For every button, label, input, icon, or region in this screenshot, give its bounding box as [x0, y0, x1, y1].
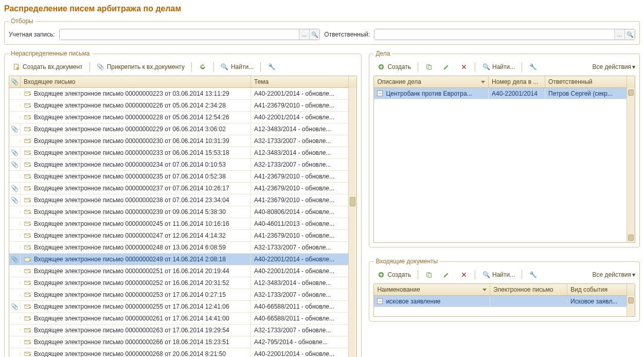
find-cases-button[interactable]: 🔍 Найти... [478, 61, 518, 73]
table-row[interactable]: 📎Входящее электронное письмо 00000000255… [9, 301, 348, 313]
table-row[interactable]: Входящее электронное письмо 00000000247 … [9, 230, 348, 242]
separator [475, 62, 475, 72]
vertical-scrollbar[interactable] [627, 88, 635, 242]
col-desc[interactable]: Описание дела [374, 76, 489, 87]
table-row[interactable]: Входящее электронное письмо 00000000226 … [9, 100, 348, 112]
responsible-search-button[interactable]: 🔍 [624, 29, 635, 40]
cases-legend: Дела [373, 50, 392, 57]
paperclip-icon: 📎 [11, 149, 19, 156]
mail-icon [24, 90, 32, 98]
table-row[interactable]: −исковое заявлениеИсковое заявл... [374, 296, 627, 307]
create-docs-button[interactable]: Создать [373, 269, 415, 280]
account-select-button[interactable]: ... [299, 29, 309, 40]
table-row[interactable]: Входящее электронное письмо 00000000245 … [9, 218, 348, 230]
mail-icon [24, 314, 32, 323]
delete-button[interactable] [456, 61, 472, 73]
table-row[interactable]: Входящее электронное письмо 00000000253 … [9, 289, 348, 301]
delete-docs-button[interactable] [456, 269, 472, 280]
col-num[interactable]: Номер дела в ... [489, 76, 545, 87]
edit-docs-button[interactable] [439, 269, 454, 280]
responsible-select-button[interactable]: ... [614, 29, 624, 40]
magnifier-icon: 🔍 [626, 30, 634, 39]
settings-cases-button[interactable]: 🔧 [525, 61, 541, 73]
cell-event: Исковое заявл... [567, 296, 627, 307]
table-row[interactable]: 📎Входящее электронное письмо 00000000237… [9, 183, 348, 194]
all-actions-docs[interactable]: Все действия ▾ [593, 271, 635, 278]
table-row[interactable]: 📎Входящее электронное письмо 00000000249… [9, 254, 348, 265]
table-row[interactable]: Входящее электронное письмо 00000000235 … [9, 171, 348, 183]
letters-body[interactable]: Входящее электронное письмо 00000000223 … [9, 88, 348, 357]
cell-attach [9, 341, 21, 344]
account-search-button[interactable]: 🔍 [309, 29, 319, 40]
table-row[interactable]: Входящее электронное письмо 00000000223 … [9, 88, 348, 100]
docs-group: Входящие документы Создать 🔍 Найти... [369, 258, 640, 322]
copy-icon [425, 63, 433, 71]
cell-attach [9, 317, 21, 320]
table-row[interactable]: Входящее электронное письмо 00000000239 … [9, 206, 348, 218]
table-row[interactable]: Входящее электронное письмо 00000000261 … [9, 313, 348, 325]
letter-text: Входящее электронное письмо 00000000249 … [34, 256, 226, 263]
tree-collapse-icon[interactable]: − [377, 91, 383, 96]
settings-button[interactable]: 🔧 [264, 61, 279, 73]
cell-letter: Входящее электронное письмо 00000000248 … [21, 242, 251, 253]
refresh-button[interactable] [195, 61, 210, 73]
docs-body[interactable]: −исковое заявлениеИсковое заявл... [374, 296, 627, 316]
table-row[interactable]: 📎Входящее электронное письмо 00000000238… [9, 194, 348, 206]
mail-icon [24, 220, 32, 228]
cell-subject: А40-80806/2014 - обновле... [251, 207, 348, 217]
create-doc-button[interactable]: Создать вх.документ [9, 61, 86, 73]
account-input[interactable] [60, 29, 299, 40]
find-button[interactable]: 🔍 Найти... [217, 61, 257, 73]
col-name[interactable]: Наименование [374, 284, 490, 295]
letter-text: Входящее электронное письмо 00000000266 … [34, 338, 229, 346]
cell-attach: 📎 [9, 183, 21, 193]
cell-subject: А32-1733/2007 - обновле... [251, 242, 348, 253]
create-case-button[interactable]: Создать [373, 61, 415, 73]
scroll-corner [348, 76, 356, 88]
col-attach[interactable]: 📎 [9, 76, 21, 87]
letters-group: Нераспределенные письма Создать вх.докум… [4, 50, 362, 357]
col-resp[interactable]: Ответственный [545, 76, 627, 87]
letter-text: Входящее электронное письмо 00000000268 … [34, 350, 226, 357]
copy-docs-button[interactable] [421, 269, 437, 280]
mail-icon [24, 184, 32, 192]
table-row[interactable]: Входящее электронное письмо 00000000252 … [9, 277, 348, 289]
cell-subject: А40-22001/2014 - обновле... [251, 254, 348, 264]
copy-button[interactable] [421, 61, 437, 73]
settings-docs-button[interactable]: 🔧 [525, 269, 541, 280]
col-letter[interactable]: Входящее письмо [21, 76, 251, 87]
filters-legend: Отборы [9, 17, 35, 25]
scroll-corner [627, 76, 635, 88]
col-subject[interactable]: Тема [251, 76, 348, 87]
vertical-scrollbar[interactable] [627, 296, 635, 316]
table-row[interactable]: 📎Входящее электронное письмо 00000000233… [9, 147, 348, 159]
find-docs-button[interactable]: 🔍 Найти... [478, 269, 518, 280]
col-email[interactable]: Электронное письмо [490, 284, 567, 295]
vertical-scrollbar[interactable] [348, 88, 356, 357]
cases-body[interactable]: −Центробанк против Евротра...А40-22001/2… [374, 88, 627, 242]
responsible-input[interactable] [374, 29, 614, 40]
page-title: Распределение писем арбитража по делам [4, 4, 640, 13]
table-row[interactable]: Входящее электронное письмо 00000000228 … [9, 112, 348, 123]
all-actions-cases[interactable]: Все действия ▾ [593, 63, 635, 70]
letter-text: Входящее электронное письмо 00000000238 … [34, 197, 229, 204]
delete-icon [460, 63, 468, 71]
table-row[interactable]: −Центробанк против Евротра...А40-22001/2… [374, 88, 627, 99]
edit-button[interactable] [439, 61, 454, 73]
col-event[interactable]: Вид события [567, 284, 627, 295]
table-row[interactable]: Входящее электронное письмо 00000000230 … [9, 135, 348, 147]
table-row[interactable]: Входящее электронное письмо 00000000248 … [9, 242, 348, 254]
table-row[interactable]: Входящее электронное письмо 00000000266 … [9, 336, 348, 348]
delete-icon [460, 271, 468, 279]
tree-collapse-icon[interactable]: − [377, 298, 383, 304]
letter-text: Входящее электронное письмо 00000000261 … [34, 315, 229, 322]
table-row[interactable]: 📎Входящее электронное письмо 00000000229… [9, 123, 348, 135]
wrench-icon: 🔧 [529, 63, 537, 71]
table-row[interactable]: Входящее электронное письмо 00000000251 … [9, 265, 348, 277]
table-row[interactable]: 📎Входящее электронное письмо 00000000234… [9, 159, 348, 171]
table-row[interactable]: Входящее электронное письмо 00000000268 … [9, 348, 348, 357]
table-row[interactable]: Входящее электронное письмо 00000000263 … [9, 325, 348, 336]
create-case-label: Создать [387, 63, 411, 70]
attach-doc-button[interactable]: 📎 Прикрепить к вх.документу [93, 61, 188, 73]
cell-letter: Входящее электронное письмо 00000000261 … [21, 313, 251, 324]
